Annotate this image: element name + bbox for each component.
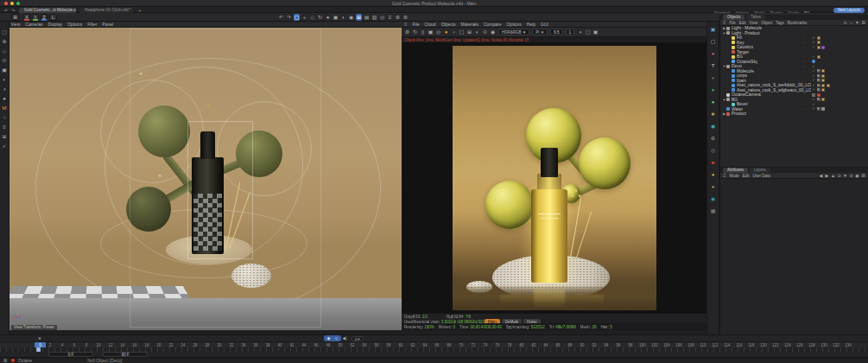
focus-picker-icon[interactable]: ◎ (435, 29, 441, 35)
tree-icon[interactable]: ● (710, 86, 717, 93)
lv-menu-compare[interactable]: Compare (484, 22, 502, 27)
visibility-dots[interactable]: ·· (803, 54, 808, 59)
mode-tool[interactable]: M (1, 105, 8, 111)
snapshot-icon[interactable]: ▣ (592, 29, 599, 35)
attributes-menu-icon[interactable]: ≡ (723, 173, 726, 178)
f-tag-icon[interactable]: F (817, 88, 820, 92)
polygons-mode-tool[interactable]: ◑ (1, 86, 8, 92)
f-tag-icon[interactable]: F (817, 98, 820, 101)
lv-menu-options[interactable]: Options (506, 22, 521, 27)
turbulence-icon[interactable]: ◉ (710, 195, 717, 202)
enable-quantize-tool[interactable]: ✓ (1, 143, 8, 150)
gold-material-icon[interactable]: ● (710, 171, 717, 178)
restart-render-icon[interactable]: ↻ (412, 29, 418, 35)
visibility-dots[interactable]: ·· (803, 60, 808, 64)
viewport-menu-panel[interactable]: Panel (102, 22, 113, 27)
visibility-dots[interactable]: ·· (803, 111, 808, 116)
viewport-solo-tool[interactable]: ⊞ (1, 133, 8, 140)
light-gizmo-icon[interactable]: + (158, 173, 162, 179)
current-frame-field[interactable]: 0 F (352, 336, 364, 341)
red-tag-icon[interactable] (817, 93, 820, 97)
minimize-button[interactable] (10, 2, 14, 5)
move-tool[interactable]: + (301, 14, 307, 21)
object-tree-row[interactable]: ▶Product·· (720, 111, 868, 117)
lv-menu-objects[interactable]: Objects (441, 22, 456, 27)
object-manager-menu-icon[interactable]: ≡ (723, 20, 726, 25)
camera-icon[interactable]: ■ (710, 159, 717, 166)
exposure-field[interactable]: 1 (566, 29, 575, 35)
region-render-icon[interactable]: ▣ (428, 29, 434, 35)
visibility-dots[interactable]: ·· (803, 73, 808, 78)
enable-axis-tool[interactable]: ● (1, 95, 8, 102)
history-forward-icon[interactable]: ▶ (825, 172, 829, 179)
light-gizmo-icon[interactable]: + (206, 102, 210, 108)
coordinate-system-button[interactable]: ▣ (333, 14, 339, 21)
lv-menu-gui[interactable]: GUI (541, 22, 548, 27)
om-menu-tags[interactable]: Tags (776, 21, 784, 25)
visibility-dots[interactable]: ·· (803, 79, 808, 83)
lv-menu-file[interactable]: File (413, 22, 420, 27)
edges-mode-tool[interactable]: ◐ (1, 76, 8, 83)
render-priority-icon[interactable]: ● (451, 29, 457, 35)
make-editable-button[interactable]: ▢ (1, 29, 8, 35)
attr-menu-user-data[interactable]: User Data (753, 174, 770, 178)
render-view-button[interactable]: ◐ (340, 14, 346, 21)
zoom-button[interactable] (16, 2, 20, 5)
cube-primitive-icon[interactable]: ▢ (710, 38, 717, 45)
lock-icon[interactable]: ⊘ (849, 172, 853, 179)
landscape-icon[interactable]: ● (710, 99, 717, 105)
viewport-menu-options[interactable]: Options (67, 22, 82, 27)
viewport-toggle-chip[interactable]: ⊞ (11, 14, 19, 21)
search-icon[interactable]: ⊙ (843, 19, 847, 26)
spiral-icon[interactable]: ◉ (710, 123, 717, 130)
history-back-icon[interactable]: ◀ (819, 172, 823, 179)
scale-tool[interactable]: ◇ (309, 14, 315, 21)
om-menu-object[interactable]: Object (761, 21, 772, 25)
tex-tag-icon[interactable] (821, 69, 825, 73)
last-tool-button[interactable]: ● (325, 14, 331, 21)
display-mode-dropdown[interactable]: HDR&RGB ▼ (498, 29, 529, 35)
model-mode-tool[interactable]: ⊕ (1, 38, 8, 45)
om-menu-file[interactable]: File (730, 21, 736, 25)
tex-tag-icon[interactable] (821, 74, 825, 78)
rotate-tool[interactable]: ↻ (317, 14, 323, 21)
gray-tag-icon[interactable] (812, 93, 815, 97)
material-ball-icon[interactable]: ● (710, 50, 717, 57)
layout-grid-icon[interactable]: ⊞ (3, 357, 8, 363)
light-gizmo-icon[interactable]: + (139, 71, 143, 77)
star-spline-icon[interactable]: ★ (710, 111, 717, 118)
parent-icon[interactable]: ▲ (831, 172, 835, 179)
tex2-tag-icon[interactable] (821, 107, 825, 111)
uv-grid-icon[interactable]: ▦ (710, 207, 717, 214)
visibility-dots[interactable]: ·· (803, 92, 808, 97)
pause-render-icon[interactable]: || (420, 29, 426, 35)
alpha-channel-icon[interactable]: ◐ (474, 29, 480, 35)
visibility-dots[interactable]: ·· (803, 69, 808, 73)
render-settings-button[interactable]: ⊞ (356, 14, 362, 21)
visibility-dots[interactable]: ·· (803, 31, 808, 35)
workplane-tool[interactable]: ⊙ (1, 57, 8, 64)
om-menu-view[interactable]: View (750, 21, 758, 25)
lv-menu-cloud[interactable]: Cloud (425, 22, 436, 27)
model-mode-button[interactable]: ▤ (364, 14, 370, 21)
material-picker-icon[interactable]: ⊙ (482, 29, 488, 35)
visibility-dots[interactable]: ·· (803, 107, 808, 111)
sound-button[interactable]: ◀) (341, 335, 348, 341)
visibility-dots[interactable]: ·· (803, 41, 808, 45)
check-tag-icon[interactable]: ✓ (812, 88, 815, 92)
f-tag-icon[interactable]: F (817, 107, 820, 111)
tex-tag-icon[interactable] (817, 41, 820, 44)
tex-tag-icon[interactable] (821, 98, 825, 101)
tex-tag-icon[interactable] (827, 84, 830, 87)
check-tag-icon[interactable]: ✓ (812, 98, 815, 101)
viewport-canvas[interactable]: + + + View Transform: Preset (10, 28, 402, 330)
kernel-dropdown[interactable]: Pt ▼ (532, 29, 548, 35)
undo-button[interactable]: ↶ (278, 14, 284, 21)
check-tag-icon[interactable]: ✓ (812, 79, 815, 82)
tex-tag-icon[interactable] (817, 55, 820, 59)
texture-mode-button[interactable]: ▥ (371, 14, 377, 21)
lv-menu-materials[interactable]: Materials (461, 22, 478, 27)
simulate-settings-button[interactable]: ⚙ (395, 14, 401, 21)
autokey-modes-button[interactable]: ◇ (333, 335, 339, 341)
figure-icon[interactable]: + (710, 74, 717, 81)
